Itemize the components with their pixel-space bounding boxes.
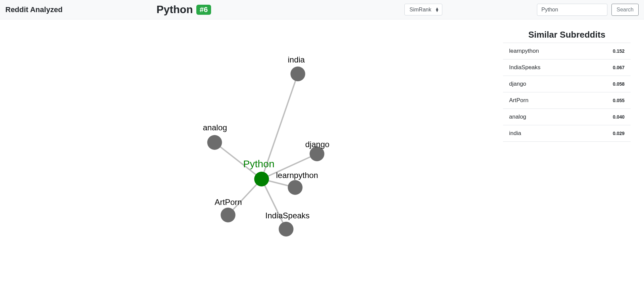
algorithm-select-wrap: SimRank ▲▼ bbox=[404, 4, 442, 15]
list-item-score: 0.029 bbox=[613, 131, 625, 136]
list-item-name: analog bbox=[509, 114, 526, 120]
sidebar-title: Similar Subreddits bbox=[503, 30, 631, 40]
list-item-name: learnpython bbox=[509, 48, 539, 54]
header-controls: SimRank ▲▼ Search bbox=[404, 4, 639, 16]
similar-list: learnpython0.152IndiaSpeaks0.067django0.… bbox=[503, 43, 631, 142]
list-item[interactable]: django0.058 bbox=[503, 76, 631, 92]
graph-node-label: django bbox=[305, 140, 330, 149]
list-item-name: india bbox=[509, 130, 521, 137]
list-item-score: 0.040 bbox=[613, 114, 625, 120]
graph-nodes: indiaanalogdjangolearnpythonArtPornIndia… bbox=[203, 55, 330, 236]
navbar: Reddit Analyzed Python #6 SimRank ▲▼ Sea… bbox=[0, 0, 644, 19]
graph-node[interactable] bbox=[221, 208, 236, 222]
main-content: indiaanalogdjangolearnpythonArtPornIndia… bbox=[0, 19, 644, 269]
list-item-score: 0.058 bbox=[613, 81, 625, 87]
graph-node[interactable] bbox=[288, 180, 303, 195]
list-item[interactable]: analog0.040 bbox=[503, 109, 631, 125]
list-item-name: django bbox=[509, 81, 526, 87]
list-item[interactable]: IndiaSpeaks0.067 bbox=[503, 59, 631, 76]
graph-node-label: learnpython bbox=[276, 171, 318, 180]
rank-badge: #6 bbox=[196, 5, 211, 15]
brand-title[interactable]: Reddit Analyzed bbox=[5, 5, 62, 14]
graph-node-label: india bbox=[288, 55, 305, 64]
search-input[interactable] bbox=[537, 4, 607, 16]
graph-node-label: IndiaSpeaks bbox=[265, 211, 310, 220]
list-item-score: 0.152 bbox=[613, 48, 625, 54]
algorithm-select[interactable]: SimRank bbox=[404, 4, 442, 15]
list-item-score: 0.067 bbox=[613, 65, 625, 70]
graph-node[interactable] bbox=[207, 135, 222, 150]
page-title-wrap: Python #6 bbox=[62, 3, 404, 16]
list-item[interactable]: india0.029 bbox=[503, 125, 631, 142]
page-title: Python bbox=[156, 3, 193, 16]
graph-node-label: ArtPorn bbox=[215, 198, 242, 207]
graph-center-label: Python bbox=[243, 158, 275, 169]
graph-node-label: analog bbox=[203, 123, 227, 132]
graph-svg[interactable]: indiaanalogdjangolearnpythonArtPornIndia… bbox=[13, 26, 503, 261]
list-item-score: 0.055 bbox=[613, 98, 625, 103]
graph-node[interactable] bbox=[291, 67, 305, 81]
graph-panel: indiaanalogdjangolearnpythonArtPornIndia… bbox=[13, 26, 503, 263]
list-item[interactable]: learnpython0.152 bbox=[503, 43, 631, 59]
list-item[interactable]: ArtPorn0.055 bbox=[503, 92, 631, 109]
search-button[interactable]: Search bbox=[611, 4, 639, 16]
graph-edge bbox=[262, 179, 286, 229]
graph-center-node[interactable] bbox=[254, 172, 269, 186]
list-item-name: IndiaSpeaks bbox=[509, 64, 541, 71]
sidebar-panel: Similar Subreddits learnpython0.152India… bbox=[503, 26, 631, 263]
list-item-name: ArtPorn bbox=[509, 97, 529, 104]
graph-node[interactable] bbox=[279, 222, 294, 236]
